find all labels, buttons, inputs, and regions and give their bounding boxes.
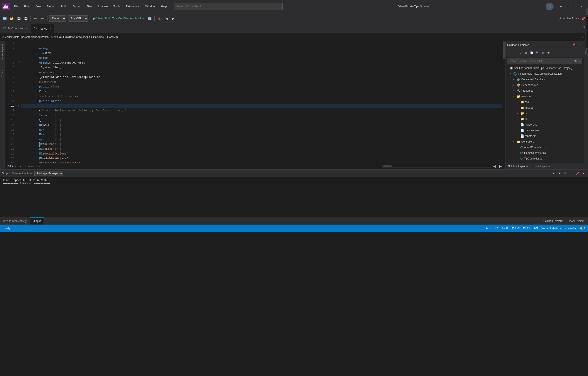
tab-tips[interactable]: C# Tips.cs ✕ <box>31 24 54 33</box>
next-button[interactable]: ▶ <box>170 15 176 21</box>
editor-scrollbar[interactable] <box>502 41 505 163</box>
se-bottom-tab-team[interactable]: Team Explorer <box>531 163 553 169</box>
fg-12-fold[interactable]: − <box>19 105 21 107</box>
search-input[interactable] <box>174 3 283 10</box>
undo-button[interactable]: ↩ <box>32 15 39 21</box>
footer-solution-explorer[interactable]: Solution Explorer <box>541 217 566 225</box>
output-source-dropdown[interactable]: Package Manager <box>34 171 63 176</box>
scroll-left-button[interactable]: ◀ <box>491 163 497 169</box>
refresh-button[interactable]: 🔄 <box>147 15 153 21</box>
breadcrumb-part1[interactable]: VisualStudioTips.CoreWebApplication <box>5 35 49 39</box>
se-lib[interactable]: ▸ 📁 lib <box>505 116 584 122</box>
se-images[interactable]: ▸ 📁 images <box>505 105 584 111</box>
menu-view[interactable]: View <box>32 4 43 9</box>
maximize-button[interactable]: □ <box>566 2 576 11</box>
se-homecontroller[interactable]: C# HomeController.cs <box>505 150 584 156</box>
status-notification[interactable]: 🔔 1 <box>579 227 585 230</box>
status-project-name[interactable]: VisualStudioTips <box>541 227 561 230</box>
se-pin-button[interactable]: 📌 <box>571 42 576 48</box>
prev-button[interactable]: ◀ <box>163 15 170 21</box>
se-showfiles-btn[interactable]: 📄 <box>529 51 534 56</box>
menu-test[interactable]: Test <box>84 4 95 9</box>
tab-close-tips[interactable]: ✕ <box>49 27 51 30</box>
save-button[interactable]: 💾 <box>16 15 22 21</box>
save-all-button[interactable]: 💾 <box>23 15 29 21</box>
breadcrumb-part3[interactable]: GetAll() <box>109 35 118 39</box>
se-css[interactable]: ▸ 📁 css <box>505 99 584 105</box>
se-filter-btn[interactable]: 🔍 <box>535 51 540 56</box>
se-dependencies[interactable]: ▸ 📦 Dependencies <box>505 82 584 88</box>
scrollbar-thumb[interactable] <box>503 41 505 59</box>
menu-help[interactable]: Help <box>158 4 170 9</box>
output-wrap-btn[interactable]: ↵ <box>569 171 574 176</box>
se-aboutcontroller[interactable]: C# AboutController.cs <box>505 145 584 150</box>
fg-9[interactable]: − <box>18 89 21 94</box>
se-js[interactable]: ▸ 📁 js <box>505 111 584 116</box>
new-project-button[interactable]: 🆕 <box>2 15 8 21</box>
se-close-button[interactable]: ✕ <box>577 42 582 48</box>
output-scroll-thumb[interactable] <box>586 8 588 15</box>
bookmark-button[interactable]: 🔖 <box>156 15 162 21</box>
se-search-options[interactable]: ▾ <box>579 60 580 63</box>
live-share-label[interactable]: ↗ Live Share <box>563 17 579 20</box>
se-refresh-btn[interactable]: ↻ <box>518 51 523 56</box>
zoom-dropdown[interactable]: ▾ <box>15 165 16 168</box>
footer-team-explorer[interactable]: Team Explorer <box>566 217 588 225</box>
tab-tipcontroller[interactable]: C# TipController.cs <box>0 24 31 33</box>
platform-dropdown[interactable]: Any CPU <box>68 15 88 21</box>
status-branch[interactable]: ⎇ master <box>564 227 576 230</box>
status-errors[interactable]: ⊘ 0 <box>485 227 490 230</box>
output-pin-btn[interactable]: 📌 <box>575 171 580 176</box>
se-collapse-btn[interactable]: ⊟ <box>523 51 529 56</box>
se-robots[interactable]: 📄 robots.txt <box>505 133 584 139</box>
run-button[interactable]: ▶ VisualStudioTips.CoreWebApplication <box>91 15 146 21</box>
se-wwwroot[interactable]: ▾ 📁 wwwroot <box>505 94 584 99</box>
breadcrumb-part2[interactable]: VisualStudioTips.CoreWebApplication.Tips <box>54 35 104 39</box>
se-connected-services[interactable]: ▸ 🔗 Connected Services <box>505 77 584 82</box>
se-favicon[interactable]: 📄 favicon.ico <box>505 122 584 127</box>
se-search-input[interactable] <box>509 60 573 63</box>
output-up-btn[interactable]: ▲ <box>551 171 556 176</box>
se-manifest[interactable]: 📄 manifest.json <box>505 127 584 133</box>
debug-config-dropdown[interactable]: Debug <box>49 15 66 21</box>
fg-5[interactable]: − <box>18 61 21 65</box>
menu-debug[interactable]: Debug <box>70 4 84 9</box>
se-forward-btn[interactable]: → <box>512 51 517 56</box>
open-button[interactable]: 📂 <box>9 15 15 21</box>
output-scrollbar[interactable] <box>585 8 588 48</box>
se-project[interactable]: ▾ 🌐 VisualStudioTips.CoreWebApplication <box>505 71 584 77</box>
menu-tools[interactable]: Tools <box>111 4 123 9</box>
menu-analyze[interactable]: Analyze <box>95 4 110 9</box>
menu-window[interactable]: Window <box>143 4 158 9</box>
status-warnings[interactable]: ⚠ 1 <box>493 227 499 230</box>
bottom-tab-output[interactable]: Output <box>30 217 44 225</box>
redo-button[interactable]: ↪ <box>39 15 45 21</box>
output-close-btn[interactable]: ✕ <box>581 171 586 176</box>
h-scrollbar[interactable] <box>382 165 491 167</box>
minimize-button[interactable]: — <box>556 2 566 11</box>
code-editor[interactable]: using System; │ using System.Collections… <box>21 41 502 163</box>
zoom-level[interactable]: 110 % <box>7 165 14 168</box>
menu-project[interactable]: Project <box>44 4 58 9</box>
se-back-btn[interactable]: ← <box>506 51 512 56</box>
se-properties[interactable]: ▸ 🔧 Properties <box>505 88 584 94</box>
se-controllers[interactable]: ▾ 📁 Controllers <box>505 139 584 145</box>
close-button[interactable]: ✕ <box>576 2 586 11</box>
menu-extensions[interactable]: Extensions <box>123 4 142 9</box>
bottom-tab-webpublish[interactable]: Web Publish Activity <box>0 217 30 225</box>
scroll-right-button[interactable]: ▶ <box>497 163 503 169</box>
output-clear-btn[interactable]: ⊟ <box>563 171 568 176</box>
menu-build[interactable]: Build <box>58 4 70 9</box>
server-explorer-tab[interactable]: Server Explorer <box>1 43 4 61</box>
se-bottom-tab-solution[interactable]: Solution Explorer <box>505 163 531 169</box>
se-preview-btn[interactable]: 👁 <box>546 51 551 56</box>
toolbox-tab[interactable]: Toolbox <box>1 67 4 77</box>
fg-7[interactable]: − <box>18 75 21 80</box>
user-avatar[interactable]: 👤 <box>546 3 554 10</box>
menu-edit[interactable]: Edit <box>21 4 32 9</box>
menu-file[interactable]: File <box>11 4 21 9</box>
se-solution-root[interactable]: ▾ 📋 Solution 'VisualStudioTips.Solution'… <box>505 65 584 71</box>
se-tipcontroller[interactable]: C# TipController.cs <box>505 156 584 161</box>
output-down-btn[interactable]: ▼ <box>557 171 562 176</box>
h-scrollbar-thumb[interactable] <box>383 165 392 167</box>
